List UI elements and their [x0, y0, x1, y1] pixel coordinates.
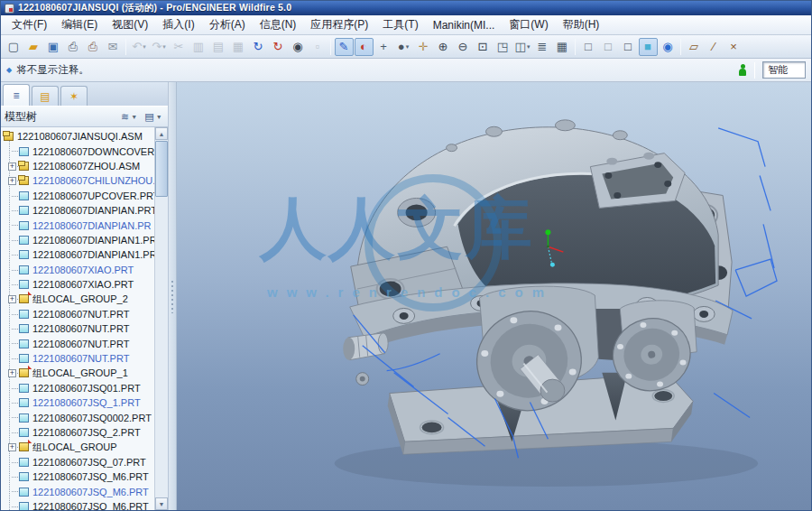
tree-item[interactable]: 1221080607JSQ0002.PRT — [4, 410, 154, 424]
zoom-out-button[interactable]: ⊖ — [454, 38, 473, 56]
dropdown-arrow-icon[interactable]: ▾ — [406, 43, 410, 51]
scroll-track[interactable] — [155, 140, 168, 497]
navigator-sash[interactable] — [169, 82, 177, 510]
tree-item-label: 1221080607JSQ_M6.PRT — [32, 487, 149, 497]
scroll-down-button[interactable]: ▼ — [155, 497, 168, 510]
datum-points-toggle-button[interactable]: × — [724, 38, 743, 56]
menu-item-help[interactable]: 帮助(H) — [556, 15, 607, 34]
tree-item[interactable]: 1221080607DIANPIAN1.PRT — [4, 233, 154, 247]
tree-item[interactable]: 1221080607DIANPIAN.PRT — [4, 203, 154, 218]
spin-center-button[interactable]: ◉ — [659, 38, 678, 56]
tree-item[interactable]: 1221080607JSQ_2.PRT — [4, 425, 154, 440]
tree-filters-button[interactable]: ≋▼ — [118, 108, 140, 125]
tree-item[interactable]: 1221080607NUT.PRT — [4, 307, 154, 321]
wireframe-button[interactable]: □ — [579, 38, 598, 56]
model-tree-tab[interactable]: ≡ — [3, 84, 30, 106]
tree-item[interactable]: 1221080607DOWNCOVER.PR — [4, 144, 154, 158]
send-email-button[interactable]: ✉ — [104, 38, 123, 56]
scroll-up-button[interactable]: ▲ — [155, 127, 168, 140]
tree-item[interactable]: 1221080607JIANSUQI.ASM — [4, 129, 154, 144]
tree-item[interactable]: 1221080607DIANPIAN.PR — [4, 218, 154, 232]
no-hidden-button[interactable]: □ — [619, 38, 638, 56]
tree-item[interactable]: 1221080607JSQ_M6.PRT — [4, 484, 154, 498]
tree-item[interactable]: +组LOCAL_GROUP_2 — [4, 292, 154, 306]
copy-button[interactable]: ▥ — [189, 38, 208, 56]
find-button[interactable]: ◉ — [289, 38, 308, 56]
tree-item[interactable]: 1221080607JSQ01.PRT — [4, 381, 154, 395]
hidden-line-button[interactable]: □ — [599, 38, 618, 56]
expander-icon[interactable]: + — [8, 163, 16, 171]
regenerate-button[interactable]: ↻ — [249, 38, 268, 56]
shaded-button[interactable]: ■ — [639, 38, 658, 56]
favorites-tab[interactable]: ✶ — [60, 86, 88, 106]
appearance-gallery-button[interactable]: ●▾ — [394, 38, 413, 56]
menu-item-edit[interactable]: 编辑(E) — [54, 15, 105, 34]
regenerate-manager-button[interactable]: ↻ — [269, 38, 288, 56]
3d-notes-display-button[interactable]: ◐ — [355, 38, 374, 56]
datum-axes-toggle-button[interactable]: ∕ — [705, 38, 724, 56]
expander-icon[interactable]: + — [8, 443, 16, 451]
menu-item-applications[interactable]: 应用程序(P) — [303, 15, 375, 34]
menu-item-analysis[interactable]: 分析(A) — [202, 15, 253, 34]
save-button[interactable]: ▣ — [44, 38, 63, 56]
undo-button[interactable]: ↶▾ — [130, 38, 149, 56]
folder-browser-tab[interactable]: ▤ — [32, 86, 59, 106]
scroll-thumb[interactable] — [155, 141, 168, 197]
print-button[interactable]: ⎙ — [64, 38, 83, 56]
tree-item[interactable]: 1221080607NUT.PRT — [4, 336, 154, 350]
tree-item[interactable]: +组LOCAL_GROUP — [4, 440, 154, 454]
datum-planes-toggle-button[interactable]: ▱ — [685, 38, 704, 56]
tree-item[interactable]: 1221080607JSQ_M6.PRT — [4, 469, 154, 484]
tree-item[interactable]: +组LOCAL_GROUP_1 — [4, 366, 154, 380]
title-bar[interactable]: 1221080607JIANSUQI (活动的) - Pro/ENGINEER … — [1, 1, 811, 15]
menu-item-window[interactable]: 窗口(W) — [502, 15, 555, 34]
dropdown-arrow-icon[interactable]: ▾ — [143, 43, 146, 51]
layers-button[interactable]: ≣ — [533, 38, 552, 56]
tree-item[interactable]: 1221080607XIAO.PRT — [4, 277, 154, 292]
expander-icon[interactable]: + — [8, 369, 16, 377]
menu-item-manikin[interactable]: Manikin(MI... — [426, 17, 503, 33]
menu-item-insert[interactable]: 插入(I) — [155, 15, 201, 34]
tree-item[interactable]: 1221080607NUT.PRT — [4, 321, 154, 336]
saved-views-button[interactable]: ◫▾ — [513, 38, 532, 56]
menu-item-info[interactable]: 信息(N) — [253, 15, 304, 34]
tree-columns-button[interactable]: ▤▼ — [143, 108, 164, 125]
annotation-display-button[interactable]: ✎ — [335, 38, 354, 56]
tree-item[interactable]: 1221080607UPCOVER.PRT — [4, 189, 154, 203]
open-file-button[interactable]: ▰ — [24, 38, 43, 56]
dropdown-arrow-icon[interactable]: ▾ — [162, 43, 166, 51]
redo-button[interactable]: ↷▾ — [150, 38, 169, 56]
new-file-button[interactable]: ▢ — [5, 38, 23, 56]
selection-filter-combobox[interactable]: 智能 — [762, 61, 806, 79]
zoom-in-button[interactable]: ⊕ — [434, 38, 453, 56]
paste-special-button[interactable]: ▦ — [229, 38, 248, 56]
expander-icon[interactable]: + — [8, 295, 16, 303]
print-setup-button[interactable]: ⎙ — [84, 38, 103, 56]
tree-item[interactable]: 1221080607JSQ_1.PRT — [4, 395, 154, 410]
menu-item-file[interactable]: 文件(F) — [5, 15, 54, 34]
cut-button[interactable]: ✂ — [170, 38, 189, 56]
reorient-button[interactable]: ◳ — [494, 38, 512, 56]
expander-icon[interactable]: + — [8, 177, 16, 185]
dropdown-arrow-icon[interactable]: ▾ — [527, 43, 531, 51]
tree-item[interactable]: 1221080607DIANPIAN1.PRT — [4, 247, 154, 262]
pan-zoom-button[interactable]: ✛ — [414, 38, 433, 56]
navigator-tabs: ≡▤✶ — [1, 82, 168, 106]
paste-button[interactable]: ▤ — [209, 38, 228, 56]
select-special-button[interactable]: ▫ — [309, 38, 328, 56]
refit-button[interactable]: ⊡ — [474, 38, 493, 56]
status-bar: ◆ 将不显示注释。 智能 — [1, 59, 811, 82]
tree-item[interactable]: 1221080607XIAO.PRT — [4, 263, 154, 277]
view-orient-button[interactable]: + — [374, 38, 393, 56]
tree-item[interactable]: +1221080607ZHOU.ASM — [4, 159, 154, 173]
tree-item[interactable]: +1221080607CHILUNZHOU.AS — [4, 173, 154, 188]
view-manager-button[interactable]: ▦ — [553, 38, 572, 56]
tree-item[interactable]: 1221080607JSQ_M6.PRT — [4, 499, 154, 510]
tree-item[interactable]: 1221080607JSQ_07.PRT — [4, 455, 154, 469]
menu-item-tools[interactable]: 工具(T) — [375, 15, 425, 34]
tree-scrollbar[interactable]: ▲ ▼ — [154, 127, 168, 510]
tree-item[interactable]: 1221080607NUT.PRT — [4, 351, 154, 366]
model-left-shaft-plug[interactable] — [343, 333, 388, 386]
menu-item-view[interactable]: 视图(V) — [105, 15, 155, 34]
graphics-viewport[interactable]: 人人文库 www.renrendoc.com — [177, 82, 811, 510]
